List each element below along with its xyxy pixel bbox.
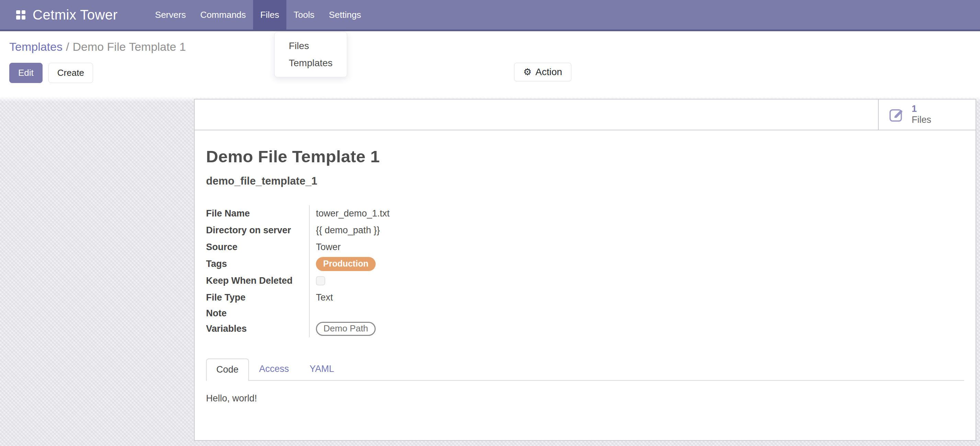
field-row-tags: Tags Production bbox=[206, 256, 964, 272]
field-row-source: Source Tower bbox=[206, 239, 964, 256]
tab-access[interactable]: Access bbox=[249, 359, 299, 380]
field-label: Keep When Deleted bbox=[206, 276, 309, 286]
dropdown-item-templates[interactable]: Templates bbox=[275, 54, 347, 72]
apps-grid-icon[interactable] bbox=[16, 10, 25, 19]
field-label: File Name bbox=[206, 208, 309, 219]
nav-item-servers[interactable]: Servers bbox=[148, 0, 193, 30]
files-count: 1 bbox=[912, 103, 931, 114]
field-value-source: Tower bbox=[309, 239, 964, 256]
field-value-variables: Demo Path bbox=[309, 321, 964, 337]
field-value-note bbox=[309, 306, 964, 321]
stat-button-row: 1 Files bbox=[195, 100, 975, 130]
field-row-file-name: File Name tower_demo_1.txt bbox=[206, 205, 964, 222]
tab-code[interactable]: Code bbox=[206, 359, 249, 381]
nav-item-tools[interactable]: Tools bbox=[286, 0, 322, 30]
field-label: Directory on server bbox=[206, 225, 309, 236]
action-button[interactable]: ⚙ Action bbox=[514, 63, 571, 81]
top-navbar: Cetmix Tower Servers Commands Files Tool… bbox=[0, 0, 980, 31]
field-row-variables: Variables Demo Path bbox=[206, 321, 964, 337]
create-button[interactable]: Create bbox=[48, 63, 93, 83]
nav-menu: Servers Commands Files Tools Settings bbox=[148, 0, 368, 30]
form-view-background: 1 Files Demo File Template 1 demo_file_t… bbox=[0, 97, 980, 446]
field-label: Note bbox=[206, 308, 309, 319]
field-value-file-type: Text bbox=[309, 289, 964, 306]
keep-when-deleted-checkbox[interactable] bbox=[316, 276, 325, 286]
edit-button[interactable]: Edit bbox=[9, 63, 43, 83]
record-title: Demo File Template 1 bbox=[206, 147, 964, 166]
field-row-note: Note bbox=[206, 306, 964, 321]
field-value-file-name: tower_demo_1.txt bbox=[309, 205, 964, 222]
field-value-directory: {{ demo_path }} bbox=[309, 222, 964, 239]
form-sheet-card: 1 Files Demo File Template 1 demo_file_t… bbox=[194, 99, 976, 441]
breadcrumb-separator: / bbox=[62, 40, 72, 53]
field-label: File Type bbox=[206, 292, 309, 303]
variable-pill-demo-path: Demo Path bbox=[316, 322, 375, 336]
record-reference: demo_file_template_1 bbox=[206, 175, 964, 187]
tag-badge-production: Production bbox=[316, 257, 375, 271]
files-stat-button[interactable]: 1 Files bbox=[878, 100, 975, 130]
breadcrumb-current: Demo File Template 1 bbox=[72, 40, 186, 53]
files-count-label: Files bbox=[912, 114, 931, 125]
nav-item-files[interactable]: Files bbox=[253, 0, 286, 30]
field-row-file-type: File Type Text bbox=[206, 289, 964, 306]
field-label: Tags bbox=[206, 259, 309, 269]
breadcrumb: Templates/Demo File Template 1 bbox=[9, 40, 186, 54]
brand-title[interactable]: Cetmix Tower bbox=[33, 7, 118, 23]
code-tab-content: Hello, world! bbox=[206, 393, 964, 404]
field-value-tags: Production bbox=[309, 256, 964, 272]
nav-item-settings[interactable]: Settings bbox=[322, 0, 368, 30]
field-group: File Name tower_demo_1.txt Directory on … bbox=[206, 205, 964, 337]
field-label: Variables bbox=[206, 324, 309, 334]
nav-item-commands[interactable]: Commands bbox=[193, 0, 253, 30]
field-value-keep-when-deleted bbox=[309, 272, 964, 289]
field-row-keep-when-deleted: Keep When Deleted bbox=[206, 272, 964, 289]
field-row-directory: Directory on server {{ demo_path }} bbox=[206, 222, 964, 239]
gear-icon: ⚙ bbox=[523, 68, 531, 77]
dropdown-item-files[interactable]: Files bbox=[275, 37, 347, 54]
action-button-label: Action bbox=[535, 67, 562, 78]
control-panel-buttons: Edit Create bbox=[9, 63, 93, 83]
pencil-square-icon bbox=[889, 107, 904, 122]
notebook-tabs: Code Access YAML bbox=[206, 359, 964, 381]
form-sheet: Demo File Template 1 demo_file_template_… bbox=[195, 147, 975, 404]
files-dropdown-menu: Files Templates bbox=[274, 32, 347, 77]
tab-yaml[interactable]: YAML bbox=[299, 359, 345, 380]
breadcrumb-parent-link[interactable]: Templates bbox=[9, 40, 62, 53]
field-label: Source bbox=[206, 242, 309, 252]
control-panel: Templates/Demo File Template 1 Edit Crea… bbox=[0, 31, 980, 97]
